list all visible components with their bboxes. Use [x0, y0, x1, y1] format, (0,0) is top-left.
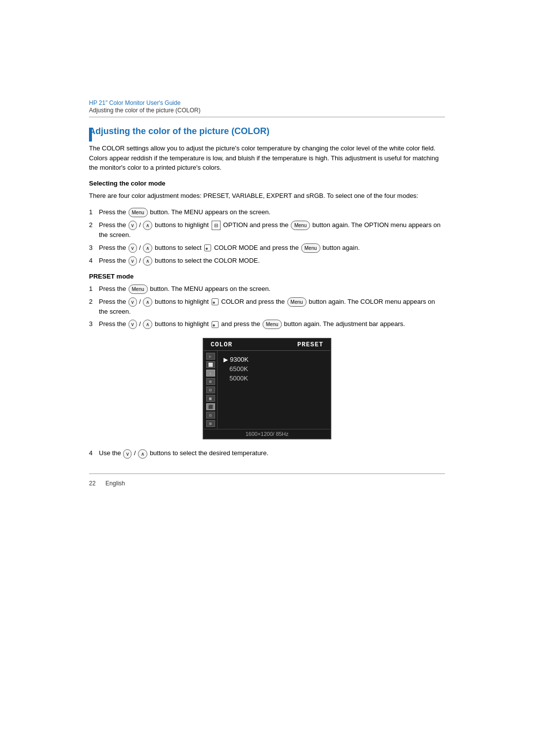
- blue-accent-bar: [89, 128, 92, 142]
- step-content: Use the v / ∧ buttons to select the desi…: [99, 448, 445, 458]
- osd-option-6500k: 6500K: [223, 365, 324, 373]
- step-item: 1 Press the Menu button. The MENU appear…: [89, 207, 445, 217]
- sidebar-icon-7: ⬛: [206, 403, 215, 410]
- step-item: 4 Press the v / ∧ buttons to select the …: [89, 256, 445, 266]
- subsection2-steps: 1 Press the Menu button. The MENU appear…: [89, 284, 445, 330]
- step-item: 2 Press the v / ∧ buttons to highlight ⊟…: [89, 220, 445, 240]
- top-divider: [89, 117, 445, 117]
- sidebar-icon-5: ⊟: [206, 386, 215, 393]
- sidebar-icon-8: ⊡: [206, 412, 215, 419]
- v-button: v: [129, 297, 137, 307]
- step-content: Press the v / ∧ buttons to select the CO…: [99, 256, 445, 266]
- bottom-divider: [89, 473, 445, 474]
- menu-button: Menu: [287, 297, 307, 307]
- step-content: Press the Menu button. The MENU appears …: [99, 207, 445, 217]
- v-button: v: [129, 243, 137, 253]
- sidebar-icon-4: ⊞: [206, 378, 215, 385]
- menu-button: Menu: [129, 208, 148, 217]
- step-content: Press the Menu button. The MENU appears …: [99, 284, 445, 294]
- osd-screenshot: COLOR PRESET ▷ ⬜ ☆ ⊞ ⊟ ▦ ⬛ ⊡ ⊞ ▶: [89, 338, 445, 439]
- section-title: Adjusting the color of the picture (COLO…: [89, 126, 445, 137]
- step4-list: 4 Use the v / ∧ buttons to select the de…: [89, 448, 445, 458]
- breadcrumb-link[interactable]: HP 21" Color Monitor User's Guide: [89, 99, 180, 106]
- step-number: 4: [89, 448, 99, 458]
- step-number: 3: [89, 243, 99, 253]
- up-button: ∧: [143, 243, 152, 253]
- color-icon: [212, 298, 219, 305]
- osd-arrow: ▶: [223, 356, 228, 363]
- step-content: Press the v / ∧ buttons to highlight and…: [99, 319, 445, 329]
- step-content: Press the v / ∧ buttons to highlight ⊟ O…: [99, 220, 445, 240]
- up-button: ∧: [143, 256, 152, 266]
- v-button: v: [129, 320, 137, 329]
- up-button: ∧: [143, 221, 152, 230]
- breadcrumb-sub: Adjusting the color of the picture (COLO…: [89, 107, 200, 114]
- subsection1-title: Selecting the color mode: [89, 180, 445, 187]
- osd-display: COLOR PRESET ▷ ⬜ ☆ ⊞ ⊟ ▦ ⬛ ⊡ ⊞ ▶: [203, 338, 331, 439]
- sidebar-icon-2: ⬜: [206, 361, 215, 368]
- up-button: ∧: [138, 449, 147, 459]
- language-label: English: [105, 480, 125, 487]
- up-button: ∧: [143, 320, 152, 329]
- step-item: 2 Press the v / ∧ buttons to highlight C…: [89, 297, 445, 317]
- osd-header-left: COLOR: [211, 341, 232, 348]
- osd-footer: 1600×1200/ 85Hz: [204, 429, 330, 438]
- step-content: Press the v / ∧ buttons to select COLOR …: [99, 243, 445, 253]
- intro-paragraph: The COLOR settings allow you to adjust t…: [89, 143, 445, 173]
- subsection1-steps: 1 Press the Menu button. The MENU appear…: [89, 207, 445, 266]
- step-item: 3 Press the v / ∧ buttons to select COLO…: [89, 243, 445, 253]
- step-number: 3: [89, 319, 99, 329]
- menu-button: Menu: [263, 320, 282, 329]
- step-number: 4: [89, 256, 99, 266]
- osd-header: COLOR PRESET: [204, 339, 330, 351]
- osd-option-label: 5000K: [229, 375, 248, 382]
- osd-option-label: 9300K: [230, 356, 249, 363]
- v-button: v: [129, 221, 137, 230]
- osd-body: ▷ ⬜ ☆ ⊞ ⊟ ▦ ⬛ ⊡ ⊞ ▶ 9300K: [204, 351, 330, 429]
- step-number: 1: [89, 284, 99, 294]
- sidebar-icon-6: ▦: [206, 395, 215, 402]
- page-footer: 22 English: [89, 480, 445, 487]
- subsection1-intro: There are four color adjustment modes: P…: [89, 191, 445, 201]
- osd-option-5000k: 5000K: [223, 375, 324, 382]
- step-number: 1: [89, 207, 99, 217]
- osd-option-9300k: ▶ 9300K: [223, 356, 324, 363]
- v-button: v: [123, 449, 132, 459]
- sidebar-icon-3: ☆: [206, 370, 215, 377]
- menu-button: Menu: [129, 284, 148, 294]
- color-icon2: [212, 321, 219, 328]
- step-item: 1 Press the Menu button. The MENU appear…: [89, 284, 445, 294]
- step4-item: 4 Use the v / ∧ buttons to select the de…: [89, 448, 445, 458]
- sidebar-icon-1: ▷: [206, 353, 215, 360]
- osd-header-right: PRESET: [297, 341, 323, 348]
- subsection2-title: PRESET mode: [89, 273, 445, 280]
- osd-main-area: ▶ 9300K 6500K 5000K: [218, 351, 330, 429]
- osd-sidebar: ▷ ⬜ ☆ ⊞ ⊟ ▦ ⬛ ⊡ ⊞: [204, 351, 218, 429]
- breadcrumb: HP 21" Color Monitor User's Guide Adjust…: [89, 99, 445, 114]
- v-button: v: [129, 256, 137, 266]
- menu-button: Menu: [301, 243, 320, 253]
- menu-button: Menu: [291, 221, 310, 230]
- sidebar-icon-9: ⊞: [206, 420, 215, 427]
- step-number: 2: [89, 220, 99, 230]
- step-number: 2: [89, 297, 99, 307]
- up-button: ∧: [143, 297, 152, 307]
- step-item: 3 Press the v / ∧ buttons to highlight a…: [89, 319, 445, 329]
- osd-option-label: 6500K: [229, 365, 248, 373]
- option-icon: ⊟: [212, 221, 221, 230]
- page-number: 22: [89, 480, 95, 487]
- color-mode-icon: [204, 244, 211, 251]
- step-content: Press the v / ∧ buttons to highlight COL…: [99, 297, 445, 317]
